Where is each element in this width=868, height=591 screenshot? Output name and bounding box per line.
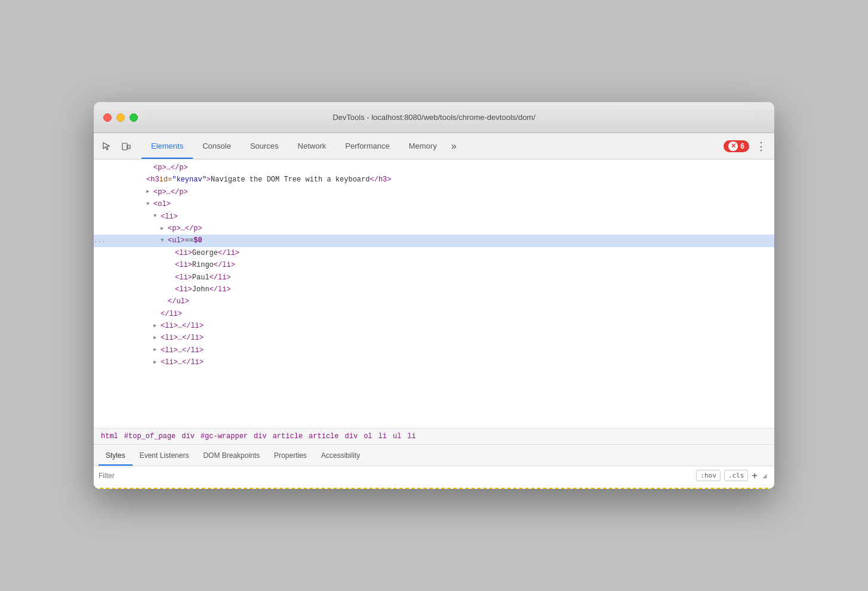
- tab-console[interactable]: Console: [193, 133, 241, 159]
- error-icon: ✕: [728, 141, 738, 151]
- breadcrumb-top-of-page[interactable]: #top_of_page: [122, 431, 178, 442]
- window-title: DevTools - localhost:8080/web/tools/chro…: [333, 113, 535, 122]
- breadcrumb-article1[interactable]: article: [270, 431, 305, 442]
- dom-line: <li>: [94, 211, 774, 223]
- breadcrumb-html[interactable]: html: [99, 431, 121, 442]
- device-icon[interactable]: [118, 138, 134, 155]
- tab-network[interactable]: Network: [288, 133, 336, 159]
- styles-bottom-indicator: [94, 487, 774, 489]
- dom-line: <ol>: [94, 198, 774, 210]
- tab-performance[interactable]: Performance: [335, 133, 399, 159]
- toolbar-right: ✕ 6 ⋮: [724, 138, 769, 155]
- dom-line: <p>…</p>: [94, 186, 774, 198]
- tab-dom-breakpoints[interactable]: DOM Breakpoints: [196, 445, 267, 466]
- toolbar: Elements Console Sources Network Perform…: [94, 133, 774, 159]
- tab-bar: Elements Console Sources Network Perform…: [141, 133, 461, 159]
- breadcrumb-ul[interactable]: ul: [390, 431, 404, 442]
- bottom-panel: Styles Event Listeners DOM Breakpoints P…: [94, 445, 774, 489]
- breadcrumb-article2[interactable]: article: [306, 431, 341, 442]
- tab-properties[interactable]: Properties: [267, 445, 314, 466]
- breadcrumb-div2[interactable]: div: [251, 431, 269, 442]
- tab-event-listeners[interactable]: Event Listeners: [133, 445, 196, 466]
- tab-elements[interactable]: Elements: [141, 133, 193, 159]
- tab-styles[interactable]: Styles: [99, 445, 133, 466]
- hov-button[interactable]: :hov: [696, 470, 721, 481]
- svg-rect-0: [122, 143, 127, 150]
- dom-line: <p>…</p>: [94, 162, 774, 174]
- breadcrumb: html #top_of_page div #gc-wrapper div ar…: [94, 428, 774, 445]
- breadcrumb-ol[interactable]: ol: [361, 431, 374, 442]
- dom-line: <p>…</p>: [94, 223, 774, 235]
- traffic-lights: [103, 113, 138, 122]
- resize-handle[interactable]: ◢: [762, 472, 769, 479]
- tab-sources[interactable]: Sources: [241, 133, 288, 159]
- tabs-overflow-button[interactable]: »: [447, 133, 461, 159]
- dom-line: </li>: [94, 308, 774, 320]
- breadcrumb-gc-wrapper[interactable]: #gc-wrapper: [198, 431, 250, 442]
- dom-line: <li>Ringo</li>: [94, 259, 774, 271]
- bottom-tab-bar: Styles Event Listeners DOM Breakpoints P…: [94, 445, 774, 466]
- filter-input[interactable]: [99, 472, 691, 480]
- dom-line: </ul>: [94, 296, 774, 307]
- inspect-icon[interactable]: [99, 138, 115, 155]
- dom-line: <h3 id="keynav">Navigate the DOM Tree wi…: [94, 174, 774, 186]
- breadcrumb-div1[interactable]: div: [179, 431, 197, 442]
- toolbar-icons: [99, 138, 134, 155]
- dom-line: <li>Paul</li>: [94, 272, 774, 284]
- breadcrumb-li[interactable]: li: [376, 431, 389, 442]
- tab-memory[interactable]: Memory: [399, 133, 447, 159]
- titlebar: DevTools - localhost:8080/web/tools/chro…: [94, 102, 774, 133]
- svg-rect-1: [128, 145, 130, 149]
- dom-line: <li>George</li>: [94, 247, 774, 259]
- filter-bar: :hov .cls + ◢: [94, 466, 774, 485]
- dom-line: <li>…</li>: [94, 344, 774, 356]
- dom-line-selected[interactable]: ... <ul> == $0: [94, 235, 774, 247]
- dom-line: <li>…</li>: [94, 356, 774, 368]
- minimize-button[interactable]: [116, 113, 125, 122]
- dom-line: <li>…</li>: [94, 320, 774, 332]
- maximize-button[interactable]: [130, 113, 138, 122]
- error-badge[interactable]: ✕ 6: [724, 140, 749, 152]
- dom-line: <li>…</li>: [94, 332, 774, 344]
- breadcrumb-li2[interactable]: li: [405, 431, 418, 442]
- cls-button[interactable]: .cls: [724, 470, 749, 481]
- filter-actions: :hov .cls +: [696, 470, 758, 481]
- tab-accessibility[interactable]: Accessibility: [314, 445, 367, 466]
- close-button[interactable]: [103, 113, 112, 122]
- more-options-button[interactable]: ⋮: [753, 138, 769, 155]
- add-style-button[interactable]: +: [752, 470, 758, 481]
- dom-inspector[interactable]: <p>…</p> <h3 id="keynav">Navigate the DO…: [94, 159, 774, 428]
- breadcrumb-div3[interactable]: div: [343, 431, 361, 442]
- dom-line: <li>John</li>: [94, 284, 774, 296]
- devtools-window: DevTools - localhost:8080/web/tools/chro…: [94, 102, 774, 489]
